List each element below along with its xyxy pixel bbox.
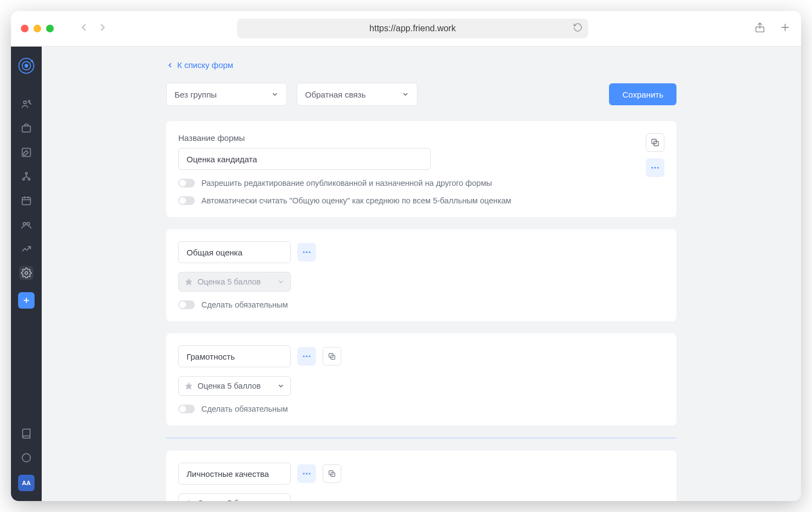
- block-name-input[interactable]: [178, 241, 291, 263]
- block-card: Оценка 5 баллов Сделать обязательным: [166, 229, 676, 321]
- save-button[interactable]: Сохранить: [609, 83, 676, 105]
- block-name-input[interactable]: [178, 345, 291, 367]
- chevron-down-icon: [277, 278, 285, 286]
- required-toggle[interactable]: [178, 405, 195, 413]
- svg-point-20: [25, 272, 28, 275]
- form-type-value: Обратная связь: [305, 90, 366, 99]
- svg-rect-14: [22, 197, 31, 204]
- star-icon: [184, 277, 193, 286]
- sidebar-items: [19, 97, 33, 280]
- sidebar-item-docs[interactable]: [19, 426, 33, 441]
- svg-point-5: [25, 64, 27, 67]
- nav-arrows: [78, 21, 109, 36]
- reload-icon[interactable]: [573, 22, 583, 35]
- maximize-window-button[interactable]: [46, 25, 54, 32]
- block-more-button[interactable]: [297, 347, 316, 366]
- top-row: Без группы Обратная связь Сохранить: [166, 83, 676, 106]
- copy-icon: [328, 469, 336, 478]
- auto-calc-toggle[interactable]: [178, 196, 195, 205]
- svg-point-6: [31, 60, 33, 62]
- back-link-label: К списку форм: [177, 60, 233, 70]
- url-text: https://app.friend.work: [369, 24, 455, 33]
- svg-point-36: [303, 356, 304, 357]
- title-bar: https://app.friend.work: [11, 11, 801, 47]
- svg-marker-35: [185, 278, 192, 285]
- sidebar-item-structure[interactable]: [19, 169, 33, 184]
- insert-divider[interactable]: [166, 437, 676, 439]
- sidebar-item-edit[interactable]: [19, 145, 33, 160]
- block-name-input[interactable]: [178, 463, 291, 485]
- svg-point-37: [306, 356, 308, 357]
- chevron-down-icon: [271, 90, 279, 98]
- block-more-button[interactable]: [297, 464, 316, 483]
- svg-marker-41: [185, 382, 192, 389]
- forward-icon[interactable]: [97, 21, 109, 36]
- app-body: AA К списку форм Без группы Обратная свя…: [11, 47, 801, 501]
- back-link[interactable]: К списку форм: [166, 60, 676, 70]
- copy-block-button[interactable]: [323, 347, 341, 366]
- url-bar[interactable]: https://app.friend.work: [237, 19, 588, 38]
- form-header-card: Название формы Разрешить редактирование …: [166, 121, 676, 217]
- required-label: Сделать обязательным: [201, 300, 288, 309]
- logo-icon[interactable]: [17, 56, 36, 75]
- svg-point-11: [25, 173, 27, 174]
- star-icon: [184, 382, 193, 390]
- svg-point-18: [23, 223, 26, 225]
- star-icon: [184, 499, 193, 501]
- auto-calc-label: Автоматически считать "Общую оценку" как…: [201, 196, 511, 205]
- traffic-lights: [21, 25, 54, 32]
- form-title-input[interactable]: [178, 148, 431, 170]
- sidebar-item-candidates[interactable]: [19, 97, 33, 111]
- chevron-down-icon: [277, 382, 285, 390]
- more-icon: [302, 247, 312, 257]
- svg-point-13: [28, 178, 30, 180]
- rating-type-value: Оценка 5 баллов: [198, 382, 261, 390]
- sidebar-item-analytics[interactable]: [19, 242, 33, 256]
- block-card: Оценка 5 баллов: [166, 451, 676, 501]
- svg-point-42: [303, 473, 304, 475]
- form-more-button[interactable]: [646, 158, 664, 177]
- svg-rect-9: [22, 126, 31, 132]
- rating-type-select: Оценка 5 баллов: [178, 272, 291, 292]
- minimize-window-button[interactable]: [33, 25, 41, 32]
- svg-point-8: [28, 100, 30, 102]
- sidebar-item-settings[interactable]: [19, 266, 33, 280]
- required-toggle[interactable]: [178, 300, 195, 309]
- close-window-button[interactable]: [21, 25, 29, 32]
- group-select-value: Без группы: [174, 90, 217, 99]
- copy-icon: [328, 352, 336, 361]
- svg-point-31: [657, 167, 659, 169]
- sidebar-item-team[interactable]: [19, 218, 33, 232]
- more-icon: [650, 163, 660, 173]
- svg-point-34: [309, 252, 311, 253]
- sidebar-item-vacancies[interactable]: [19, 121, 33, 135]
- share-icon[interactable]: [754, 21, 766, 36]
- svg-point-38: [309, 356, 311, 357]
- back-icon[interactable]: [78, 21, 90, 36]
- svg-point-12: [22, 178, 24, 180]
- sidebar-item-chat[interactable]: [19, 451, 33, 465]
- copy-form-button[interactable]: [646, 133, 664, 152]
- svg-point-43: [306, 473, 308, 475]
- svg-point-44: [309, 473, 311, 475]
- group-select[interactable]: Без группы: [166, 83, 287, 106]
- rating-type-select[interactable]: Оценка 5 баллов: [178, 376, 291, 396]
- sidebar-item-calendar[interactable]: [19, 194, 33, 208]
- chevron-down-icon: [277, 499, 285, 501]
- sidebar-bottom: AA: [18, 426, 35, 501]
- svg-point-29: [651, 167, 653, 169]
- copy-icon: [650, 138, 660, 147]
- more-icon: [302, 469, 312, 479]
- browser-window: https://app.friend.work: [11, 11, 801, 501]
- allow-edit-toggle[interactable]: [178, 179, 195, 187]
- block-more-button[interactable]: [297, 243, 316, 261]
- form-type-select[interactable]: Обратная связь: [297, 83, 418, 106]
- copy-block-button[interactable]: [323, 464, 341, 483]
- sidebar-add-button[interactable]: [18, 292, 35, 309]
- svg-point-23: [22, 454, 31, 462]
- new-tab-icon[interactable]: [779, 21, 791, 36]
- svg-point-7: [24, 101, 26, 104]
- avatar[interactable]: AA: [18, 475, 35, 491]
- rating-type-select[interactable]: Оценка 5 баллов: [178, 493, 291, 501]
- svg-point-19: [27, 223, 30, 225]
